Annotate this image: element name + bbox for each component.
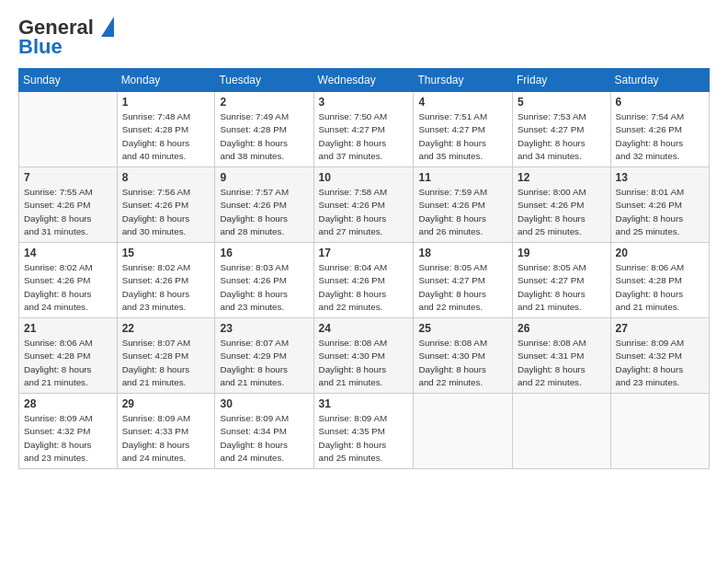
day-number: 30 (220, 397, 308, 410)
calendar-cell (610, 394, 709, 469)
calendar-cell: 2Sunrise: 7:49 AMSunset: 4:28 PMDaylight… (215, 92, 313, 167)
calendar-cell: 22Sunrise: 8:07 AMSunset: 4:28 PMDayligh… (117, 318, 215, 394)
calendar-cell: 23Sunrise: 8:07 AMSunset: 4:29 PMDayligh… (215, 318, 313, 394)
day-info: Sunrise: 7:49 AMSunset: 4:28 PMDaylight:… (220, 110, 308, 163)
day-number: 15 (122, 247, 210, 259)
calendar-cell: 1Sunrise: 7:48 AMSunset: 4:28 PMDaylight… (117, 92, 215, 167)
day-info: Sunrise: 8:04 AMSunset: 4:26 PMDaylight:… (319, 261, 409, 314)
day-info: Sunrise: 8:09 AMSunset: 4:32 PMDaylight:… (24, 412, 112, 465)
day-number: 24 (319, 322, 409, 335)
calendar-cell: 31Sunrise: 8:09 AMSunset: 4:35 PMDayligh… (313, 394, 414, 469)
calendar-cell: 25Sunrise: 8:08 AMSunset: 4:30 PMDayligh… (414, 318, 513, 394)
calendar-cell: 11Sunrise: 7:59 AMSunset: 4:26 PMDayligh… (414, 167, 513, 243)
day-number: 22 (122, 322, 210, 335)
day-number: 4 (418, 96, 507, 109)
day-info: Sunrise: 7:48 AMSunset: 4:28 PMDaylight:… (122, 110, 210, 163)
day-info: Sunrise: 7:59 AMSunset: 4:26 PMDaylight:… (418, 186, 507, 238)
day-number: 13 (616, 171, 704, 184)
day-number: 28 (24, 397, 112, 410)
logo-text: General Blue (18, 17, 114, 59)
calendar-cell: 24Sunrise: 8:08 AMSunset: 4:30 PMDayligh… (313, 318, 414, 394)
calendar-cell (414, 394, 513, 469)
calendar-cell: 3Sunrise: 7:50 AMSunset: 4:27 PMDaylight… (313, 92, 414, 167)
weekday-header-sunday: Sunday (19, 69, 118, 92)
calendar-cell: 13Sunrise: 8:01 AMSunset: 4:26 PMDayligh… (610, 167, 709, 243)
weekday-header-thursday: Thursday (414, 69, 513, 92)
day-number: 31 (319, 397, 409, 410)
day-info: Sunrise: 7:54 AMSunset: 4:26 PMDaylight:… (616, 110, 704, 163)
calendar-week-4: 21Sunrise: 8:06 AMSunset: 4:28 PMDayligh… (19, 318, 710, 394)
calendar-cell: 7Sunrise: 7:55 AMSunset: 4:26 PMDaylight… (19, 167, 118, 243)
day-info: Sunrise: 8:05 AMSunset: 4:27 PMDaylight:… (418, 261, 507, 314)
day-number: 20 (616, 247, 704, 259)
calendar-header: SundayMondayTuesdayWednesdayThursdayFrid… (19, 69, 710, 92)
calendar-body: 1Sunrise: 7:48 AMSunset: 4:28 PMDaylight… (19, 92, 710, 469)
day-info: Sunrise: 8:05 AMSunset: 4:27 PMDaylight:… (518, 261, 606, 314)
day-info: Sunrise: 7:51 AMSunset: 4:27 PMDaylight:… (418, 110, 507, 163)
calendar-cell: 12Sunrise: 8:00 AMSunset: 4:26 PMDayligh… (513, 167, 611, 243)
day-info: Sunrise: 8:09 AMSunset: 4:33 PMDaylight:… (122, 412, 210, 465)
calendar-week-2: 7Sunrise: 7:55 AMSunset: 4:26 PMDaylight… (19, 167, 710, 243)
calendar-cell: 29Sunrise: 8:09 AMSunset: 4:33 PMDayligh… (117, 394, 215, 469)
day-info: Sunrise: 7:53 AMSunset: 4:27 PMDaylight:… (518, 110, 606, 163)
day-number: 14 (24, 247, 112, 259)
day-number: 21 (24, 322, 112, 335)
day-info: Sunrise: 7:57 AMSunset: 4:26 PMDaylight:… (220, 186, 308, 238)
day-info: Sunrise: 8:01 AMSunset: 4:26 PMDaylight:… (616, 186, 704, 238)
calendar-cell: 26Sunrise: 8:08 AMSunset: 4:31 PMDayligh… (513, 318, 611, 394)
day-number: 27 (616, 322, 704, 335)
day-info: Sunrise: 8:07 AMSunset: 4:28 PMDaylight:… (122, 337, 210, 389)
calendar-cell: 16Sunrise: 8:03 AMSunset: 4:26 PMDayligh… (215, 243, 313, 318)
day-info: Sunrise: 8:06 AMSunset: 4:28 PMDaylight:… (24, 337, 112, 389)
calendar-cell (19, 92, 118, 167)
calendar-week-5: 28Sunrise: 8:09 AMSunset: 4:32 PMDayligh… (19, 394, 710, 469)
day-info: Sunrise: 8:00 AMSunset: 4:26 PMDaylight:… (518, 186, 606, 238)
day-info: Sunrise: 8:02 AMSunset: 4:26 PMDaylight:… (122, 261, 210, 314)
day-info: Sunrise: 7:55 AMSunset: 4:26 PMDaylight:… (24, 186, 112, 238)
day-number: 6 (616, 96, 704, 109)
calendar-cell: 20Sunrise: 8:06 AMSunset: 4:28 PMDayligh… (610, 243, 709, 318)
calendar-week-1: 1Sunrise: 7:48 AMSunset: 4:28 PMDaylight… (19, 92, 710, 167)
calendar-week-3: 14Sunrise: 8:02 AMSunset: 4:26 PMDayligh… (19, 243, 710, 318)
day-info: Sunrise: 8:09 AMSunset: 4:32 PMDaylight:… (616, 337, 704, 389)
calendar-cell: 27Sunrise: 8:09 AMSunset: 4:32 PMDayligh… (610, 318, 709, 394)
day-number: 10 (319, 171, 409, 184)
day-info: Sunrise: 8:08 AMSunset: 4:31 PMDaylight:… (518, 337, 606, 389)
day-info: Sunrise: 7:56 AMSunset: 4:26 PMDaylight:… (122, 186, 210, 238)
calendar-cell: 28Sunrise: 8:09 AMSunset: 4:32 PMDayligh… (19, 394, 118, 469)
header: General Blue (18, 17, 710, 59)
day-number: 29 (122, 397, 210, 410)
calendar-cell: 10Sunrise: 7:58 AMSunset: 4:26 PMDayligh… (313, 167, 414, 243)
weekday-header-saturday: Saturday (610, 69, 709, 92)
calendar-cell: 6Sunrise: 7:54 AMSunset: 4:26 PMDaylight… (610, 92, 709, 167)
calendar-cell: 15Sunrise: 8:02 AMSunset: 4:26 PMDayligh… (117, 243, 215, 318)
day-info: Sunrise: 7:50 AMSunset: 4:27 PMDaylight:… (319, 110, 409, 163)
day-number: 2 (220, 96, 308, 109)
calendar-cell: 14Sunrise: 8:02 AMSunset: 4:26 PMDayligh… (19, 243, 118, 318)
day-info: Sunrise: 8:09 AMSunset: 4:35 PMDaylight:… (319, 412, 409, 465)
calendar-cell: 19Sunrise: 8:05 AMSunset: 4:27 PMDayligh… (513, 243, 611, 318)
calendar-table: SundayMondayTuesdayWednesdayThursdayFrid… (18, 68, 710, 469)
day-number: 11 (418, 171, 507, 184)
calendar-cell: 4Sunrise: 7:51 AMSunset: 4:27 PMDaylight… (414, 92, 513, 167)
weekday-header-tuesday: Tuesday (215, 69, 313, 92)
calendar-cell: 30Sunrise: 8:09 AMSunset: 4:34 PMDayligh… (215, 394, 313, 469)
page: General Blue SundayMondayTuesdayWednesda… (0, 0, 728, 563)
day-number: 12 (518, 171, 606, 184)
day-number: 3 (319, 96, 409, 109)
day-number: 25 (418, 322, 507, 335)
weekday-header-row: SundayMondayTuesdayWednesdayThursdayFrid… (19, 69, 710, 92)
day-number: 18 (418, 247, 507, 259)
weekday-header-monday: Monday (117, 69, 215, 92)
day-info: Sunrise: 7:58 AMSunset: 4:26 PMDaylight:… (319, 186, 409, 238)
weekday-header-wednesday: Wednesday (313, 69, 414, 92)
svg-marker-0 (101, 17, 114, 37)
day-info: Sunrise: 8:09 AMSunset: 4:34 PMDaylight:… (220, 412, 308, 465)
logo: General Blue (18, 17, 114, 59)
day-info: Sunrise: 8:03 AMSunset: 4:26 PMDaylight:… (220, 261, 308, 314)
day-info: Sunrise: 8:02 AMSunset: 4:26 PMDaylight:… (24, 261, 112, 314)
day-number: 19 (518, 247, 606, 259)
day-number: 7 (24, 171, 112, 184)
calendar-cell: 21Sunrise: 8:06 AMSunset: 4:28 PMDayligh… (19, 318, 118, 394)
day-number: 1 (122, 96, 210, 109)
